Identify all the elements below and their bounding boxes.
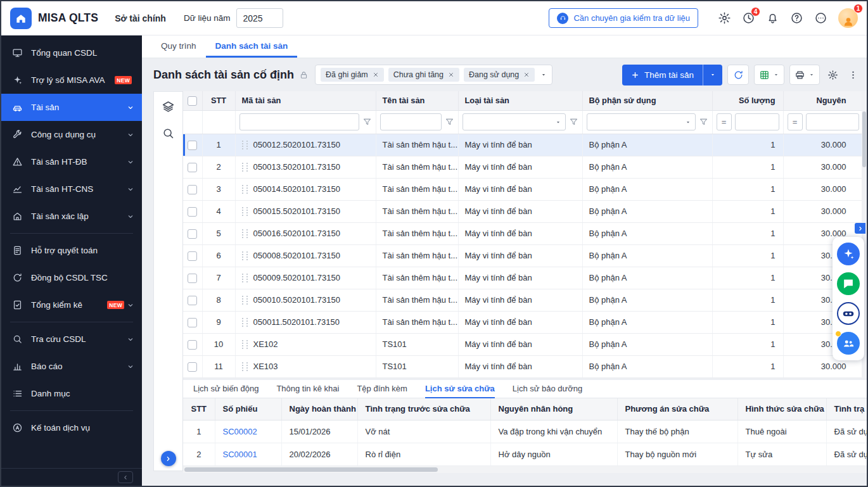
filter-chip[interactable]: Đang sử dụng: [464, 68, 535, 82]
filter-funnel-icon[interactable]: [699, 117, 708, 127]
close-icon[interactable]: [448, 72, 454, 78]
col-header-dept[interactable]: Bộ phận sử dụng: [582, 91, 712, 110]
row-checkbox[interactable]: [188, 274, 197, 283]
col-header-cost[interactable]: Nguyên: [783, 91, 863, 110]
sidebar-item-bao-cao[interactable]: Báo cáo: [1, 353, 142, 380]
col-header-code[interactable]: Mã tài sản: [235, 91, 376, 110]
col-header-stt[interactable]: STT: [202, 91, 235, 110]
row-checkbox[interactable]: [188, 318, 197, 327]
row-checkbox[interactable]: [188, 207, 197, 217]
tab-danh-sach-tai-san[interactable]: Danh sách tài sản: [206, 35, 298, 58]
row-check-cell[interactable]: [183, 333, 202, 355]
year-input[interactable]: [236, 8, 283, 28]
sidebar-item-danh-muc[interactable]: Danh mục: [1, 380, 142, 407]
detail-tab-3[interactable]: Lịch sử sửa chữa: [425, 380, 495, 398]
table-row[interactable]: 3050014.5020101.73150Tài sản thêm hậu t.…: [183, 178, 863, 200]
row-checkbox[interactable]: [188, 141, 197, 150]
table-row[interactable]: 6050008.5020101.73150Tài sản thêm hậu t.…: [183, 244, 863, 267]
row-check-cell[interactable]: [183, 200, 202, 222]
detail-tab-4[interactable]: Lịch sử bảo dưỡng: [513, 380, 583, 398]
export-excel-button[interactable]: [754, 65, 784, 85]
sidebar-item-tong-kiem-ke[interactable]: Tổng kiểm kêNEW: [1, 291, 142, 319]
filter-chip[interactable]: Đã ghi giảm: [321, 68, 384, 82]
more-menu-icon[interactable]: [814, 11, 827, 25]
filter-funnel-icon[interactable]: [362, 117, 372, 127]
col-header-qty[interactable]: Số lượng: [712, 91, 783, 110]
row-checkbox[interactable]: [188, 229, 197, 239]
support-chat-icon[interactable]: [837, 272, 860, 295]
table-row[interactable]: 8050010.5020101.73150Tài sản thêm hậu t.…: [183, 289, 863, 311]
notification-bell-icon[interactable]: [766, 11, 779, 25]
row-checkbox[interactable]: [188, 362, 197, 372]
detail-tab-0[interactable]: Lịch sử biến động: [193, 380, 258, 398]
filter-funnel-icon[interactable]: [569, 117, 578, 127]
table-row[interactable]: 7050009.5020101.73150Tài sản thêm hậu t.…: [183, 267, 863, 289]
settings-gear-icon[interactable]: [718, 11, 731, 25]
filter-cost-input[interactable]: [810, 118, 855, 127]
col-header-type[interactable]: Loại tài sản: [458, 91, 582, 110]
sidebar-item-dong-bo-csdl-tsc[interactable]: Đồng bộ CSDL TSC: [1, 264, 142, 291]
detail-row[interactable]: 2SC0000120/02/2026Rò rỉ điệnHở dây nguồn…: [183, 443, 867, 465]
misa-bot-icon[interactable]: [837, 302, 860, 325]
scrollbar-thumb[interactable]: [184, 467, 438, 472]
horizontal-scrollbar[interactable]: [183, 466, 867, 473]
col-header-name[interactable]: Tên tài sản: [376, 91, 458, 110]
refresh-button[interactable]: [727, 65, 749, 85]
sidebar-item-tai-san[interactable]: Tài sản: [1, 94, 142, 121]
print-button[interactable]: [789, 65, 820, 85]
filter-qty-input[interactable]: [739, 118, 775, 127]
expand-panel-button[interactable]: [161, 451, 176, 466]
close-icon[interactable]: [373, 72, 379, 78]
more-actions-button[interactable]: [845, 65, 860, 85]
grid-settings-button[interactable]: [825, 65, 840, 85]
close-icon[interactable]: [523, 72, 530, 78]
filter-chip[interactable]: Chưa ghi tăng: [388, 68, 459, 82]
sidebar-collapse-button[interactable]: [118, 471, 133, 483]
scrollbar-thumb[interactable]: [862, 111, 866, 167]
filter-code-input[interactable]: [244, 118, 355, 127]
detail-tab-2[interactable]: Tệp đính kèm: [357, 380, 407, 398]
help-icon[interactable]: [790, 11, 803, 25]
sidebar-item-tai-san-xac-lap[interactable]: Tài sản xác lập: [1, 203, 142, 230]
filter-funnel-icon[interactable]: [445, 117, 454, 127]
row-check-cell[interactable]: [183, 289, 202, 311]
caret-down-icon[interactable]: [555, 119, 561, 125]
sidebar-item-tai-san-ht-cns[interactable]: Tài sản HT-CNS: [1, 175, 142, 203]
table-row[interactable]: 1050012.5020101.73150Tài sản thêm hậu t.…: [183, 134, 863, 156]
community-icon[interactable]: [837, 332, 860, 355]
row-check-cell[interactable]: [183, 156, 202, 178]
sidebar-item-tai-san-ht-db[interactable]: Tài sản HT-ĐB: [1, 148, 142, 175]
table-row[interactable]: 10XE102TS101Máy vi tính để bànBộ phận A1…: [183, 333, 863, 355]
row-checkbox[interactable]: [188, 251, 197, 261]
sidebar-item-tong-quan-csdl[interactable]: Tổng quan CSDL: [1, 39, 142, 66]
filter-dept-input[interactable]: [591, 118, 685, 127]
row-checkbox[interactable]: [188, 296, 197, 305]
sidebar-item-ke-toan-dich-vu[interactable]: Kế toán dịch vụ: [1, 414, 142, 441]
filter-operator[interactable]: =: [717, 113, 732, 130]
row-check-cell[interactable]: [183, 244, 202, 267]
row-checkbox[interactable]: [188, 340, 197, 350]
row-check-cell[interactable]: [183, 222, 202, 244]
brand[interactable]: MISA QLTS: [10, 8, 115, 29]
sidebar-item-tro-ly-so-misa-ava[interactable]: Trợ lý số MISA AVANEW: [1, 66, 142, 94]
row-check-cell[interactable]: [183, 134, 202, 156]
caret-down-icon[interactable]: [685, 119, 691, 125]
add-asset-dropdown[interactable]: [703, 65, 722, 85]
detail-row[interactable]: 1SC0000215/01/2026Vỡ nátVa đập trong khi…: [183, 420, 867, 443]
collapse-widget-tab[interactable]: [855, 223, 865, 234]
layers-icon[interactable]: [162, 100, 175, 113]
table-row[interactable]: 11XE103TS101Máy vi tính để bànBộ phận A1…: [183, 355, 863, 377]
select-all-checkbox[interactable]: [188, 96, 197, 106]
row-check-cell[interactable]: [183, 355, 202, 377]
expert-check-button[interactable]: Cần chuyên gia kiểm tra dữ liệu: [549, 8, 698, 28]
row-checkbox[interactable]: [188, 163, 197, 172]
doc-no-cell[interactable]: SC00002: [215, 420, 281, 443]
row-checkbox[interactable]: [188, 185, 197, 194]
row-check-cell[interactable]: [183, 311, 202, 333]
table-row[interactable]: 4050015.5020101.73150Tài sản thêm hậu t.…: [183, 200, 863, 222]
table-row[interactable]: 2050013.5020101.73150Tài sản thêm hậu t.…: [183, 156, 863, 178]
doc-no-cell[interactable]: SC00001: [215, 443, 281, 465]
detail-tab-1[interactable]: Thông tin kê khai: [276, 380, 339, 398]
sidebar-item-cong-cu-dung-cu[interactable]: Công cụ dụng cụ: [1, 121, 142, 148]
sidebar-item-tra-cuu-csdl[interactable]: Tra cứu CSDL: [1, 326, 142, 353]
